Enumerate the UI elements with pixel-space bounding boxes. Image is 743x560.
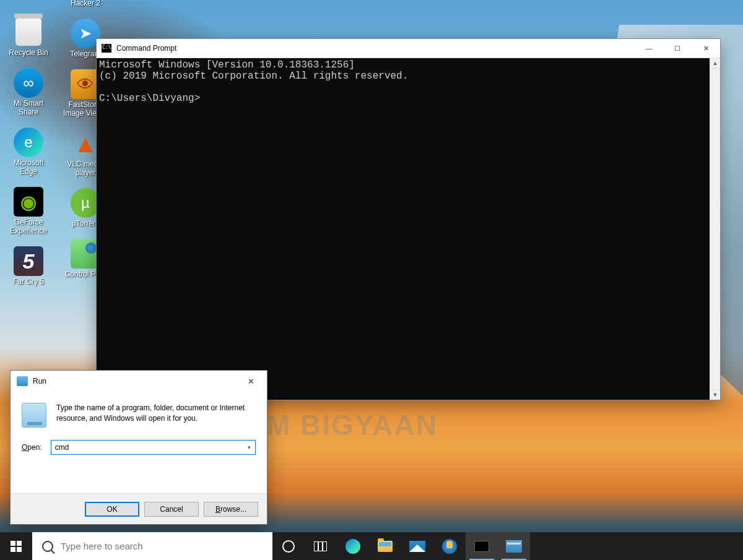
taskbar-running-run[interactable]: [498, 532, 530, 560]
icon-label: Mi Smart Share: [5, 99, 52, 116]
run-description: Type the name of a program, folder, docu…: [56, 403, 256, 428]
taskbar-running-cmd[interactable]: [466, 532, 498, 560]
cmd-scrollbar[interactable]: ▲ ▼: [710, 58, 720, 400]
run-titlebar[interactable]: Run ✕: [11, 371, 267, 392]
mail-icon: [409, 541, 425, 552]
scroll-down-icon[interactable]: ▼: [710, 389, 720, 400]
geforce-icon: ◉: [14, 187, 43, 217]
desktop-icon-geforce[interactable]: ◉ GeForce Experience: [5, 187, 52, 235]
taskbar-pin-explorer[interactable]: [369, 532, 401, 560]
icon-label: Hacker 2: [71, 0, 100, 7]
run-body: Type the name of a program, folder, docu…: [11, 392, 267, 428]
taskbar: Type here to search: [0, 532, 743, 560]
desktop-icon-farcry5[interactable]: 5 Far Cry 5: [5, 246, 52, 286]
recycle-bin-icon: [14, 17, 43, 47]
app-icon: [442, 539, 457, 554]
cancel-button[interactable]: Cancel: [144, 502, 199, 517]
open-combobox: ▾: [51, 440, 256, 455]
icon-label: µTorrent: [72, 219, 99, 228]
taskbar-search[interactable]: Type here to search: [32, 532, 272, 560]
taskbar-pin-edge[interactable]: [337, 532, 369, 560]
open-input[interactable]: [51, 440, 256, 455]
scroll-up-icon[interactable]: ▲: [710, 58, 720, 69]
maximize-button[interactable]: ☐: [663, 39, 692, 58]
minimize-button[interactable]: —: [635, 39, 663, 58]
close-button[interactable]: ✕: [692, 39, 720, 58]
search-placeholder: Type here to search: [61, 541, 143, 551]
desktop-icon-mi-smart-share[interactable]: ∞ Mi Smart Share: [5, 68, 52, 116]
cmd-line: (c) 2019 Microsoft Corporation. All righ…: [99, 71, 408, 82]
taskbar-pin-app[interactable]: [433, 532, 466, 560]
windows-logo-icon: [11, 541, 22, 552]
cmd-line: Microsoft Windows [Version 10.0.18363.12…: [99, 59, 355, 71]
cmd-title: Command Prompt: [116, 44, 635, 53]
edge-icon: e: [14, 127, 43, 157]
mi-smart-share-icon: ∞: [14, 68, 43, 98]
run-icon: [506, 540, 522, 553]
farcry5-icon: 5: [14, 246, 43, 276]
search-icon: [42, 541, 53, 552]
cmd-prompt: C:\Users\Divyang>: [99, 93, 200, 104]
icon-label: Far Cry 5: [13, 277, 44, 286]
ok-button[interactable]: OK: [85, 502, 139, 517]
icon-label: Recycle Bin: [9, 48, 48, 57]
desktop-icon-edge[interactable]: e Microsoft Edge: [5, 127, 52, 176]
open-label: Open:: [22, 443, 42, 452]
task-view-button[interactable]: [305, 532, 337, 560]
cmd-titlebar[interactable]: Command Prompt — ☐ ✕: [97, 39, 720, 58]
start-button[interactable]: [0, 532, 32, 560]
file-explorer-icon: [378, 541, 393, 552]
cmd-app-icon: [102, 44, 111, 53]
browse-button[interactable]: Browse...: [204, 502, 258, 517]
run-title: Run: [33, 377, 238, 386]
desktop-icon-recycle-bin[interactable]: Recycle Bin: [5, 17, 52, 57]
cmd-icon: [474, 541, 489, 552]
desktop-icons-col1: Recycle Bin ∞ Mi Smart Share e Microsoft…: [5, 17, 52, 286]
window-controls: — ☐ ✕: [635, 39, 720, 58]
icon-label: Microsoft Edge: [5, 158, 52, 176]
run-button-bar: OK Cancel Browse...: [11, 493, 267, 524]
taskbar-items: [272, 532, 530, 560]
icon-label: GeForce Experience: [5, 218, 52, 235]
command-prompt-window: Command Prompt — ☐ ✕ Microsoft Windows […: [96, 38, 721, 400]
run-open-row: Open: ▾: [11, 428, 267, 455]
run-app-icon: [17, 376, 28, 386]
taskbar-pin-mail[interactable]: [401, 532, 433, 560]
cortana-icon: [282, 540, 295, 553]
chevron-down-icon[interactable]: ▾: [243, 441, 255, 454]
cortana-button[interactable]: [272, 532, 305, 560]
run-dialog-icon: [22, 403, 46, 428]
cmd-output[interactable]: Microsoft Windows [Version 10.0.18363.12…: [97, 58, 710, 400]
task-view-icon: [314, 541, 328, 551]
close-button[interactable]: ✕: [238, 373, 263, 389]
run-dialog: Run ✕ Type the name of a program, folder…: [10, 370, 267, 525]
desktop-icon-hacker2[interactable]: Hacker 2: [62, 0, 109, 7]
edge-icon: [345, 539, 360, 554]
